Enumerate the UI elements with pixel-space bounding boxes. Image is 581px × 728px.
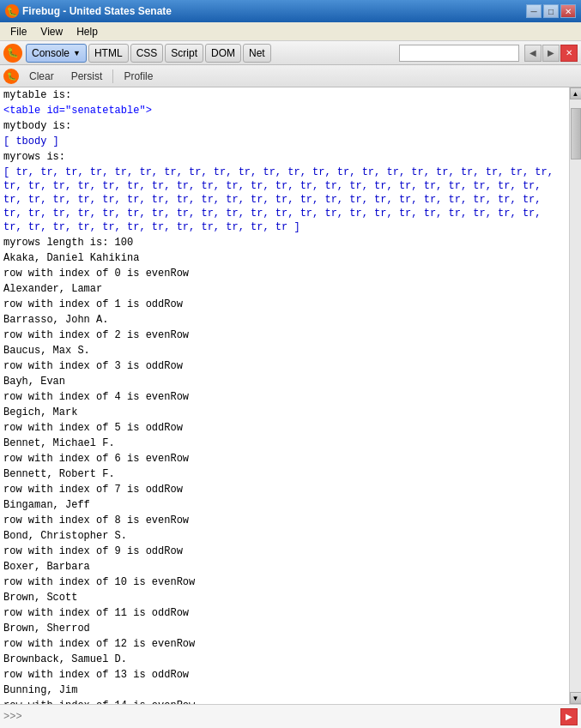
menu-view[interactable]: View [33,24,70,39]
main-toolbar: 🐛 Console ▼ HTML CSS Script DOM Net ◀ ▶ … [0,41,581,65]
console-line: row with index of 0 is evenRow [0,266,569,281]
console-line: Boxer, Barbara [0,559,569,575]
prev-button[interactable]: ◀ [524,45,542,62]
console-line: Bennet, Michael F. [0,436,569,451]
css-tab-button[interactable]: CSS [130,44,164,63]
console-line: Bingaman, Jeff [0,497,569,513]
console-line: row with index of 7 is oddRow [0,482,569,497]
profile-button[interactable]: Profile [117,69,160,84]
console-label: Console [32,47,70,59]
console-line: Brown, Sherrod [0,621,569,636]
console-line: Brown, Scott [0,590,569,605]
console-line: row with index of 14 is evenRow [0,698,569,704]
search-input[interactable] [399,45,519,62]
dom-tab-button[interactable]: DOM [205,44,241,63]
console-line: <table id="senatetable"> [0,103,569,118]
scroll-down-button[interactable]: ▼ [570,692,582,704]
console-line: Brownback, Samuel D. [0,652,569,667]
window-title: Firebug - United States Senate [22,5,172,17]
html-tab-button[interactable]: HTML [88,44,129,63]
toolbar-small-buttons: ◀ ▶ ✕ [524,45,578,62]
console-line: row with index of 9 is oddRow [0,544,569,559]
toolbar2-separator [112,69,113,83]
script-tab-button[interactable]: Script [165,44,203,63]
close-button[interactable]: ✕ [560,4,576,18]
minimize-button[interactable]: ─ [526,4,542,18]
console-line: row with index of 6 is evenRow [0,451,569,466]
console-prompt: >>> [3,711,560,723]
bottom-bar: >>> ▶ [0,704,581,728]
net-tab-button[interactable]: Net [243,44,271,63]
titlebar-buttons[interactable]: ─ □ ✕ [526,4,576,18]
console-line: row with index of 3 is oddRow [0,358,569,374]
console-line: row with index of 5 is oddRow [0,420,569,436]
firebug-icon: 🐛 [5,4,19,18]
persist-button[interactable]: Persist [64,69,110,84]
next-button[interactable]: ▶ [542,45,560,62]
clear-button[interactable]: Clear [22,69,61,84]
scrollbar-thumb[interactable] [571,108,581,159]
console-line: row with index of 2 is evenRow [0,328,569,343]
console-line: Baucus, Max S. [0,343,569,358]
console-line: row with index of 1 is oddRow [0,297,569,312]
console-line: [ tr, tr, tr, tr, tr, tr, tr, tr, tr, tr… [0,165,569,235]
console-line: myrows is: [0,149,569,165]
maximize-button[interactable]: □ [543,4,559,18]
menu-help[interactable]: Help [70,24,105,39]
stop-button[interactable]: ✕ [560,45,578,62]
console-line: row with index of 13 is oddRow [0,667,569,683]
console-line: Bayh, Evan [0,374,569,389]
console-line: myrows length is: 100 [0,235,569,250]
console-tab-button[interactable]: Console ▼ [26,44,87,63]
console-line: Bond, Christopher S. [0,528,569,544]
console-line: row with index of 11 is oddRow [0,605,569,621]
console-line: row with index of 12 is evenRow [0,636,569,652]
console-dropdown-arrow: ▼ [73,49,81,57]
console-line: row with index of 8 is evenRow [0,513,569,528]
console-line: mytbody is: [0,118,569,134]
menubar: File View Help [0,22,581,41]
console-line: row with index of 4 is evenRow [0,389,569,405]
console-toolbar: 🐛 Clear Persist Profile [0,65,581,87]
console-toolbar-icon: 🐛 [3,69,19,84]
console-line: Bunning, Jim [0,683,569,698]
console-output: mytable is:<table id="senatetable">mytbo… [0,87,569,704]
bottom-run-button[interactable]: ▶ [560,708,578,725]
main-area: mytable is:<table id="senatetable">mytbo… [0,87,581,704]
titlebar: 🐛 Firebug - United States Senate ─ □ ✕ [0,0,581,22]
console-line: [ tbody ] [0,134,569,149]
console-line: Begich, Mark [0,405,569,420]
scrollbar[interactable]: ▲ ▼ [569,87,581,704]
scrollbar-track[interactable] [570,99,582,692]
console-line: Akaka, Daniel Kahikina [0,250,569,266]
console-line: mytable is: [0,87,569,103]
console-line: Alexander, Lamar [0,281,569,297]
titlebar-left: 🐛 Firebug - United States Senate [5,4,172,18]
scroll-up-button[interactable]: ▲ [570,87,582,99]
console-line: Barrasso, John A. [0,312,569,328]
console-line: row with index of 10 is evenRow [0,575,569,590]
menu-file[interactable]: File [3,24,33,39]
toolbar-firebug-icon: 🐛 [3,44,22,63]
console-line: Bennett, Robert F. [0,466,569,482]
